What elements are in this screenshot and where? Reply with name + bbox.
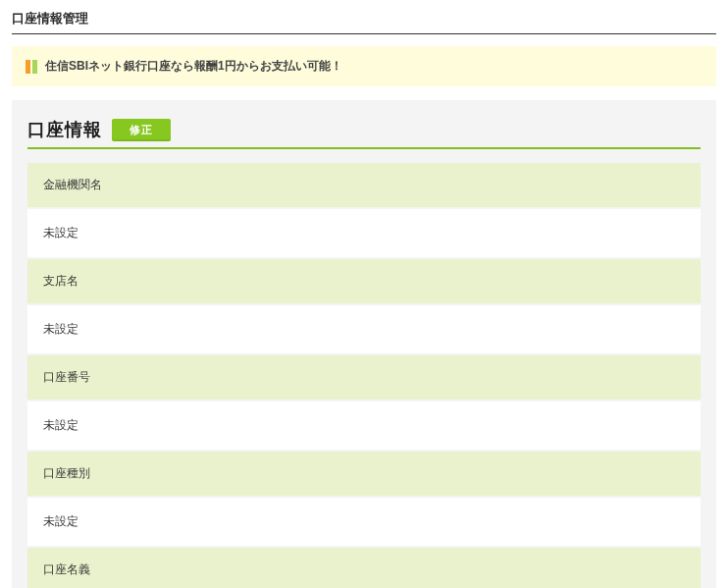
field-value-bank: 未設定 (27, 209, 701, 257)
notice-icon (26, 60, 37, 74)
field-label-branch: 支店名 (27, 259, 701, 303)
page-title: 口座情報管理 (12, 10, 716, 27)
section-header: 口座情報 修正 (27, 118, 701, 149)
field-label-account-type: 口座種別 (27, 452, 701, 496)
divider (12, 33, 716, 34)
notice-banner: 住信SBIネット銀行口座なら報酬1円からお支払い可能！ (12, 46, 716, 86)
field-value-branch: 未設定 (27, 305, 701, 353)
field-row: 支店名 未設定 (27, 259, 701, 353)
field-row: 口座番号 未設定 (27, 355, 701, 450)
edit-button-small[interactable]: 修正 (112, 119, 171, 141)
field-label-bank: 金融機関名 (27, 163, 701, 207)
account-info-card: 口座情報 修正 金融機関名 未設定 支店名 未設定 口座番号 未設定 口座種別 … (12, 100, 716, 588)
field-row: 口座種別 未設定 (27, 452, 701, 546)
notice-text: 住信SBIネット銀行口座なら報酬1円からお支払い可能！ (45, 58, 342, 75)
field-value-account-type: 未設定 (27, 498, 701, 546)
field-value-account-number: 未設定 (27, 401, 701, 450)
field-row: 口座名義 未設定 (27, 548, 701, 588)
field-row: 金融機関名 未設定 (27, 163, 701, 257)
field-label-account-number: 口座番号 (27, 355, 701, 400)
section-title: 口座情報 (27, 118, 102, 141)
field-label-account-holder: 口座名義 (27, 548, 701, 588)
